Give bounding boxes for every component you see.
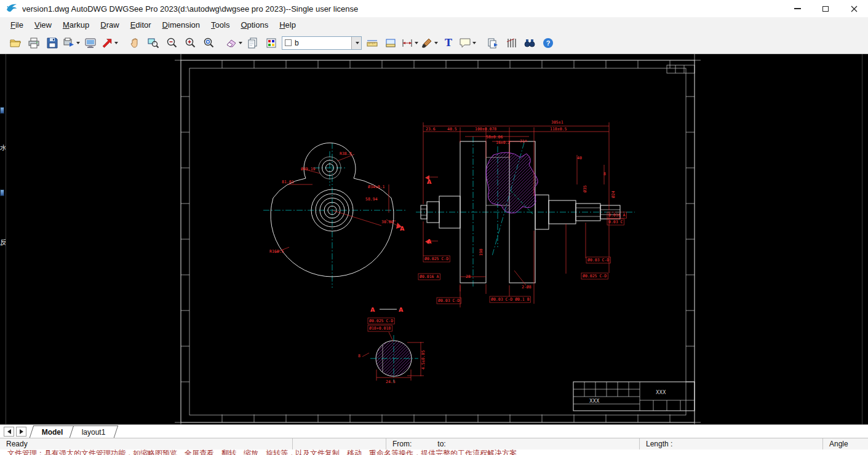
desktop-label-fragment: 反	[0, 239, 6, 246]
to-label: to:	[437, 440, 445, 448]
length-label: Length :	[646, 440, 672, 448]
freehand-markup-button[interactable]	[421, 35, 438, 51]
canvas-area: R38.8Ø49.1981.01Ø34±0.158.9430.00°R160.5…	[0, 54, 868, 424]
menu-view[interactable]: View	[29, 18, 57, 31]
svg-text:198: 198	[479, 248, 484, 256]
combobox-dropdown-button[interactable]	[351, 37, 361, 49]
svg-text:XXX: XXX	[656, 390, 666, 395]
hatch-lines-icon	[505, 37, 517, 49]
menu-options[interactable]: Options	[235, 18, 274, 31]
layer-combobox[interactable]: b	[282, 36, 362, 50]
hatch-button[interactable]	[503, 35, 519, 51]
menu-draw[interactable]: Draw	[95, 18, 124, 31]
dropdown-caret[interactable]	[76, 42, 80, 44]
svg-text:Ø0.025 C-D: Ø0.025 C-D	[369, 318, 393, 323]
svg-text:24.5: 24.5	[386, 379, 396, 384]
menu-markup[interactable]: Markup	[57, 18, 95, 31]
monitor-icon	[84, 37, 97, 49]
print-preview-button[interactable]	[63, 35, 80, 51]
menu-tools[interactable]: Tools	[205, 18, 235, 31]
from-label: From:	[392, 440, 412, 448]
right-arrow-icon	[20, 429, 23, 434]
svg-text:23.6: 23.6	[426, 127, 436, 132]
pan-button[interactable]	[127, 35, 143, 51]
comment-button[interactable]	[459, 35, 476, 51]
menu-file[interactable]: File	[5, 18, 29, 31]
measure-length-button[interactable]	[364, 35, 380, 51]
svg-text:58.94: 58.94	[365, 197, 378, 202]
side-view	[416, 122, 635, 307]
save-floppy-icon	[46, 37, 58, 49]
dropdown-caret[interactable]	[239, 42, 242, 44]
svg-text:Ø0.03 C-D: Ø0.03 C-D	[587, 258, 609, 263]
menu-help[interactable]: Help	[274, 18, 301, 31]
svg-text:XXX: XXX	[589, 398, 600, 404]
svg-text:Ø35: Ø35	[583, 185, 587, 192]
zoom-out-button[interactable]	[164, 35, 180, 51]
tab-model[interactable]: Model	[30, 425, 76, 438]
measure-area-button[interactable]	[383, 35, 399, 51]
markup-arrow-button[interactable]	[101, 35, 118, 51]
desktop-icon-fragment	[0, 107, 4, 114]
dropdown-caret[interactable]	[415, 42, 418, 44]
tab-scroll-right-button[interactable]	[16, 427, 26, 437]
svg-text:30.00°: 30.00°	[381, 220, 396, 224]
save-button[interactable]	[44, 35, 60, 51]
dropdown-caret[interactable]	[472, 42, 476, 44]
zoom-window-button[interactable]	[145, 35, 161, 51]
window-controls	[783, 0, 868, 17]
dimension-button[interactable]	[401, 35, 418, 51]
open-button[interactable]	[7, 35, 23, 51]
layouts-button[interactable]	[245, 35, 261, 51]
zoom-window-icon	[147, 37, 159, 49]
text-markup-button[interactable]: T	[440, 35, 456, 51]
help-button[interactable]: ?	[540, 35, 556, 51]
speech-bubble-icon	[459, 37, 471, 49]
svg-text:40: 40	[577, 156, 582, 160]
minimize-button[interactable]	[783, 0, 811, 17]
pen-color-button[interactable]	[263, 35, 279, 51]
status-bar: Ready From: to: Length : Angle	[0, 438, 868, 449]
erase-markup-button[interactable]	[225, 35, 242, 51]
zoom-in-icon	[184, 37, 196, 49]
drawing-canvas[interactable]: R38.8Ø49.1981.01Ø34±0.158.9430.00°R160.5…	[0, 54, 868, 424]
svg-text:28: 28	[466, 274, 471, 279]
svg-text:R38.8: R38.8	[340, 151, 352, 156]
svg-text:40.5: 40.5	[447, 127, 457, 132]
close-button[interactable]	[840, 0, 868, 17]
menu-dimension[interactable]: Dimension	[157, 18, 205, 31]
dropdown-caret[interactable]	[434, 42, 438, 44]
copy-to-clipboard-button[interactable]	[485, 35, 501, 51]
zoom-in-button[interactable]	[182, 35, 198, 51]
menu-editor[interactable]: Editor	[125, 18, 157, 31]
tab-layout1[interactable]: layout1	[69, 425, 117, 438]
print-button[interactable]	[26, 35, 42, 51]
status-message: Ready	[0, 438, 293, 449]
svg-text:Ø24: Ø24	[611, 191, 616, 198]
svg-text:2-Ø8: 2-Ø8	[522, 285, 532, 290]
svg-text:A: A	[427, 238, 432, 245]
svg-text:0.03 C: 0.03 C	[608, 220, 623, 224]
red-arrow-icon	[101, 37, 113, 49]
left-arrow-icon	[7, 429, 11, 434]
zoom-extents-icon	[202, 37, 215, 49]
tab-scroll-left-button[interactable]	[4, 427, 14, 437]
find-button[interactable]	[522, 35, 538, 51]
layer-color-swatch	[285, 39, 292, 46]
menu-bar: File View Markup Draw Editor Dimension T…	[0, 17, 868, 32]
zoom-extents-button[interactable]	[201, 35, 217, 51]
maximize-button[interactable]	[811, 0, 840, 17]
svg-text:A: A	[427, 178, 432, 185]
svg-text:A: A	[370, 306, 375, 313]
full-screen-button[interactable]	[82, 35, 98, 51]
svg-text:R160.5: R160.5	[269, 249, 284, 254]
desktop-label-fragment: 水	[0, 144, 6, 151]
window-edge-line	[862, 54, 862, 424]
front-view	[263, 143, 406, 288]
dropdown-caret[interactable]	[114, 42, 118, 44]
area-icon	[384, 37, 397, 49]
tab-scroll-buttons	[4, 427, 26, 437]
svg-text:?: ?	[546, 39, 551, 47]
pages-icon	[247, 37, 259, 49]
app-logo-icon	[5, 2, 18, 15]
